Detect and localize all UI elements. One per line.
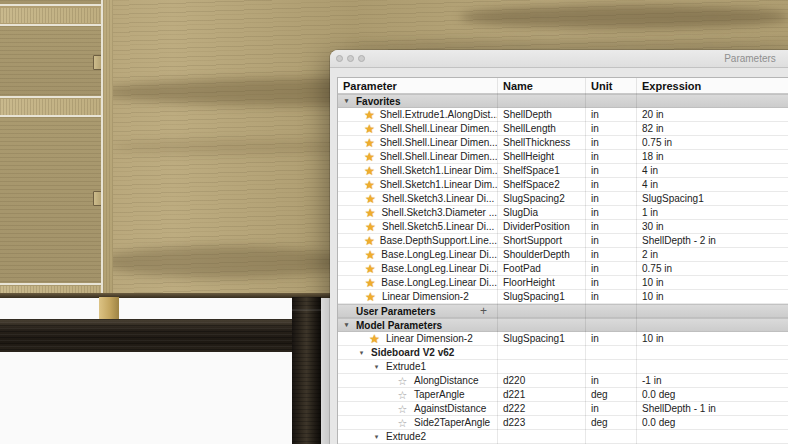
name-cell[interactable]: SlugDia: [497, 206, 585, 219]
name-cell[interactable]: SlugSpacing1: [497, 332, 585, 345]
table-row[interactable]: ★Shell.Sketch3.Linear Di...SlugSpacing2i…: [338, 192, 788, 206]
expression-cell[interactable]: 4 in: [636, 178, 788, 191]
name-cell[interactable]: d221: [497, 388, 585, 401]
name-cell[interactable]: d223: [497, 416, 585, 429]
favorite-star-icon[interactable]: ★: [364, 248, 376, 261]
base-frame-leg: [292, 297, 321, 444]
favorite-star-icon[interactable]: ★: [368, 332, 381, 345]
favorite-star-icon[interactable]: ★: [364, 276, 376, 289]
name-cell: [497, 305, 585, 317]
column-header-name: Name: [497, 80, 585, 92]
expression-cell[interactable]: 20 in: [636, 108, 788, 121]
section-row-user-parameters[interactable]: ▾User Parameters+: [338, 304, 788, 318]
disclosure-triangle-icon[interactable]: ▾: [372, 430, 381, 443]
table-row[interactable]: ★Shell.Sketch5.Linear Di...DividerPositi…: [338, 220, 788, 234]
favorite-star-icon[interactable]: ★: [364, 178, 375, 191]
unit-cell: in: [585, 402, 636, 415]
favorite-star-outline-icon[interactable]: ☆: [396, 374, 409, 387]
table-row[interactable]: ★Shell.Sketch1.Linear Dim...ShelfSpace2i…: [338, 178, 788, 192]
table-row[interactable]: ☆TaperAngled221deg0.0 deg: [338, 388, 788, 402]
name-cell[interactable]: ShelfSpace2: [497, 178, 585, 191]
name-cell[interactable]: FootPad: [497, 262, 585, 275]
favorite-star-icon[interactable]: ★: [364, 108, 375, 121]
expr-cell: [636, 319, 788, 331]
add-parameter-button[interactable]: +: [480, 305, 487, 317]
expression-cell[interactable]: 10 in: [636, 276, 788, 289]
table-row[interactable]: ★Shell.Shell.Linear Dimen...ShellLengthi…: [338, 122, 788, 136]
section-row-favorites[interactable]: ▾Favorites: [338, 94, 788, 108]
table-row[interactable]: ★Base.LongLeg.Linear Di...ShoulderDepthi…: [338, 248, 788, 262]
name-cell[interactable]: FloorHeight: [497, 276, 585, 289]
table-row[interactable]: ★Shell.Shell.Linear Dimen...ShellThickne…: [338, 136, 788, 150]
dialog-titlebar[interactable]: Parameters: [330, 50, 788, 68]
favorite-star-icon[interactable]: ★: [364, 234, 375, 247]
parameter-label: Shell.Sketch1.Linear Dim...: [380, 179, 497, 190]
favorite-star-outline-icon[interactable]: ☆: [396, 388, 409, 401]
table-row[interactable]: ☆AgainstDistanced222inShellDepth - 1 in: [338, 402, 788, 416]
expression-cell[interactable]: 30 in: [636, 220, 788, 233]
expression-cell[interactable]: SlugSpacing1: [636, 192, 788, 205]
disclosure-triangle-icon[interactable]: ▾: [342, 319, 351, 331]
table-row[interactable]: ★Shell.Extrude1.AlongDist...ShellDepthin…: [338, 108, 788, 122]
favorite-star-icon[interactable]: ★: [364, 290, 377, 303]
table-row[interactable]: ▾Extrude1: [338, 360, 788, 374]
table-rows: ▾Favorites★Shell.Extrude1.AlongDist...Sh…: [338, 94, 788, 444]
table-row[interactable]: ★Shell.Sketch1.Linear Dim...ShelfSpace1i…: [338, 164, 788, 178]
expression-cell[interactable]: 0.75 in: [636, 136, 788, 149]
name-cell[interactable]: ShellLength: [497, 122, 585, 135]
favorite-star-icon[interactable]: ★: [364, 122, 375, 135]
name-cell[interactable]: d222: [497, 402, 585, 415]
unit-cell: in: [585, 178, 636, 191]
favorite-star-icon[interactable]: ★: [364, 206, 376, 219]
favorite-star-icon[interactable]: ★: [364, 220, 377, 233]
name-cell[interactable]: ShellHeight: [497, 150, 585, 163]
expression-cell[interactable]: 10 in: [636, 332, 788, 345]
favorite-star-outline-icon[interactable]: ☆: [396, 402, 409, 415]
name-cell[interactable]: ShellDepth: [497, 108, 585, 121]
drawer-rail: [0, 8, 101, 23]
name-cell[interactable]: ShelfSpace1: [497, 164, 585, 177]
table-row[interactable]: ☆Side2TaperAngled223deg0.0 deg: [338, 416, 788, 430]
favorite-star-icon[interactable]: ★: [364, 192, 377, 205]
favorite-star-outline-icon[interactable]: ☆: [396, 416, 409, 429]
favorite-star-icon[interactable]: ★: [364, 164, 375, 177]
table-row[interactable]: ▾Extrude2: [338, 430, 788, 444]
name-cell[interactable]: ShellThickness: [497, 136, 585, 149]
name-cell[interactable]: ShortSupport: [497, 234, 585, 247]
disclosure-triangle-icon[interactable]: ▾: [357, 346, 366, 359]
section-row-model-parameters[interactable]: ▾Model Parameters: [338, 318, 788, 332]
expression-cell[interactable]: 0.0 deg: [636, 388, 788, 401]
expression-cell[interactable]: 18 in: [636, 150, 788, 163]
table-row[interactable]: ★Base.LongLeg.Linear Di...FootPadin0.75 …: [338, 262, 788, 276]
expression-cell[interactable]: 1 in: [636, 206, 788, 219]
favorite-star-icon[interactable]: ★: [364, 150, 375, 163]
expression-cell[interactable]: 0.75 in: [636, 262, 788, 275]
table-row[interactable]: ☆AlongDistanced220in-1 in: [338, 374, 788, 388]
name-cell[interactable]: DividerPosition: [497, 220, 585, 233]
name-cell[interactable]: ShoulderDepth: [497, 248, 585, 261]
table-row[interactable]: ★Linear Dimension-2SlugSpacing1in10 in: [338, 290, 788, 304]
name-cell[interactable]: d220: [497, 374, 585, 387]
table-row[interactable]: ★Base.DepthSupport.Line...ShortSupportin…: [338, 234, 788, 248]
table-row[interactable]: ▾Sideboard V2 v62: [338, 346, 788, 360]
table-row[interactable]: ★Linear Dimension-2SlugSpacing1in10 in: [338, 332, 788, 346]
expression-cell[interactable]: ShellDepth - 2 in: [636, 234, 788, 247]
favorite-star-icon[interactable]: ★: [364, 262, 376, 275]
parameter-label: AlongDistance: [414, 375, 478, 386]
favorite-star-icon[interactable]: ★: [364, 136, 375, 149]
name-cell[interactable]: SlugSpacing1: [497, 290, 585, 303]
expression-cell[interactable]: 82 in: [636, 122, 788, 135]
expression-cell[interactable]: 0.0 deg: [636, 416, 788, 429]
table-row[interactable]: ★Shell.Shell.Linear Dimen...ShellHeighti…: [338, 150, 788, 164]
expression-cell[interactable]: 2 in: [636, 248, 788, 261]
disclosure-triangle-icon[interactable]: ▾: [342, 95, 351, 107]
expression-cell[interactable]: 4 in: [636, 164, 788, 177]
name-cell[interactable]: SlugSpacing2: [497, 192, 585, 205]
unit-cell: in: [585, 332, 636, 345]
expression-cell[interactable]: 10 in: [636, 290, 788, 303]
expression-cell[interactable]: ShellDepth - 1 in: [636, 402, 788, 415]
expression-cell[interactable]: -1 in: [636, 374, 788, 387]
table-row[interactable]: ★Base.LongLeg.Linear Di...FloorHeightin1…: [338, 276, 788, 290]
disclosure-triangle-icon[interactable]: ▾: [372, 360, 381, 373]
table-row[interactable]: ★Shell.Sketch3.Diameter ...SlugDiain1 in: [338, 206, 788, 220]
